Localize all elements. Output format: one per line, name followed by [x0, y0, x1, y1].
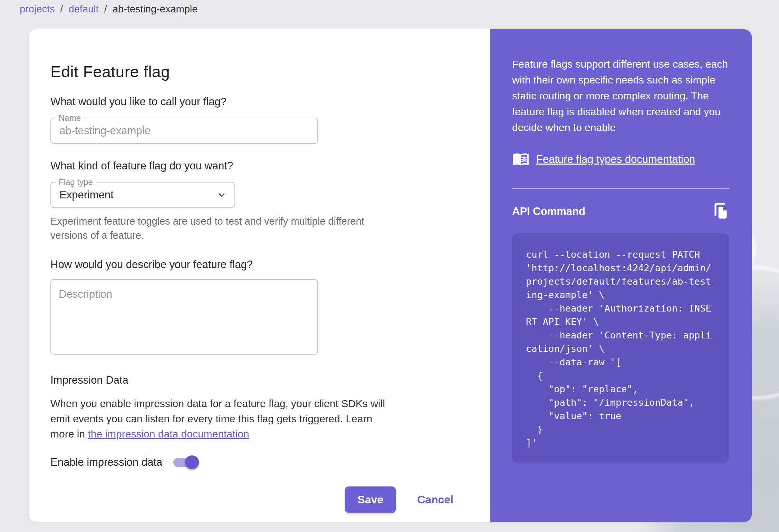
save-button[interactable]: Save — [345, 486, 396, 513]
name-field-label: Name — [56, 113, 84, 123]
api-command-heading: API Command — [512, 205, 585, 218]
name-field: Name — [50, 118, 318, 144]
breadcrumb-separator: / — [104, 3, 107, 15]
impression-toggle-row: Enable impression data — [50, 455, 453, 469]
description-textarea[interactable] — [51, 280, 317, 354]
description-field — [50, 279, 318, 355]
info-sidebar: Feature flags support different use case… — [490, 29, 752, 522]
breadcrumb: projects / default / ab-testing-example — [20, 3, 198, 15]
impression-data-doc-link[interactable]: the impression data documentation — [88, 428, 249, 440]
api-command-code[interactable]: curl --location --request PATCH 'http://… — [512, 233, 729, 463]
flag-type-value: Experiment — [51, 189, 217, 201]
type-question-label: What kind of feature flag do you want? — [50, 160, 453, 172]
impression-toggle-label: Enable impression data — [50, 456, 162, 469]
description-question-label: How would you describe your feature flag… — [50, 258, 453, 271]
feature-flag-form: Edit Feature flag What would you like to… — [29, 29, 490, 522]
breadcrumb-current: ab-testing-example — [113, 3, 198, 15]
api-command-row: API Command — [512, 201, 729, 221]
impression-data-heading: Impression Data — [50, 374, 453, 386]
chevron-down-icon — [217, 190, 227, 200]
toggle-thumb — [185, 455, 199, 469]
breadcrumb-link-projects[interactable]: projects — [20, 3, 55, 15]
breadcrumb-link-default[interactable]: default — [69, 3, 99, 15]
name-input[interactable] — [51, 118, 317, 143]
name-question-label: What would you like to call your flag? — [50, 96, 453, 108]
copy-command-button[interactable] — [711, 201, 729, 221]
copy-icon — [711, 201, 729, 221]
form-actions: Save Cancel — [50, 486, 453, 513]
breadcrumb-separator: / — [60, 3, 63, 15]
impression-data-description: When you enable impression data for a fe… — [50, 396, 389, 442]
page-title: Edit Feature flag — [50, 62, 453, 81]
sidebar-intro-text: Feature flags support different use case… — [512, 56, 729, 136]
sidebar-divider — [512, 188, 729, 189]
flag-type-helper-text: Experiment feature toggles are used to t… — [50, 214, 392, 243]
flag-type-select[interactable]: Flag type Experiment — [50, 182, 235, 208]
impression-data-toggle[interactable] — [173, 455, 198, 469]
flag-type-label: Flag type — [56, 177, 96, 187]
feature-flag-types-doc-link[interactable]: Feature flag types documentation — [536, 153, 695, 166]
docs-link-row: Feature flag types documentation — [512, 150, 729, 169]
cancel-button[interactable]: Cancel — [417, 493, 453, 506]
edit-feature-flag-card: Edit Feature flag What would you like to… — [29, 29, 752, 522]
menu-book-icon — [512, 150, 529, 169]
